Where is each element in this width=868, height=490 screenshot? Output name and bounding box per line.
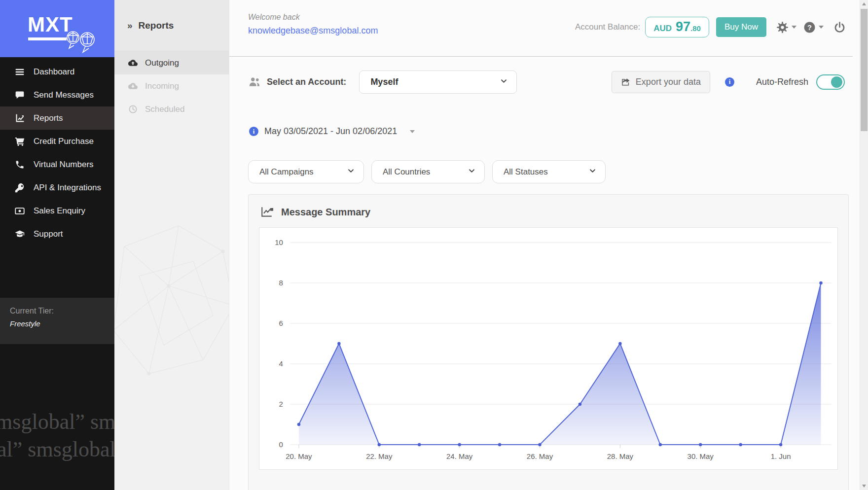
svg-text:1. Jun: 1. Jun bbox=[771, 452, 791, 460]
help-menu[interactable]: ? bbox=[803, 21, 824, 34]
scroll-up-arrow-icon[interactable] bbox=[862, 2, 866, 5]
comment-icon bbox=[14, 89, 26, 101]
statuses-filter-value: All Statuses bbox=[504, 167, 548, 177]
power-icon bbox=[833, 21, 846, 34]
svg-text:?: ? bbox=[807, 23, 812, 31]
svg-text:8: 8 bbox=[279, 279, 283, 287]
date-info-icon: i bbox=[249, 127, 258, 136]
chevron-down-icon bbox=[500, 77, 507, 87]
network-globe-watermark bbox=[114, 217, 229, 385]
sidebar-item-virtual-numbers[interactable]: Virtual Numbers bbox=[0, 153, 114, 176]
share-icon bbox=[621, 77, 631, 87]
submenu-item-label: Incoming bbox=[145, 81, 179, 91]
current-tier-panel: Current Tier: Freestyle bbox=[0, 298, 114, 344]
svg-text:20. May: 20. May bbox=[286, 452, 312, 460]
card-title: Message Summary bbox=[281, 207, 370, 218]
cloud-arrow-up-icon bbox=[127, 58, 138, 69]
svg-text:10: 10 bbox=[275, 238, 283, 246]
logo[interactable]: MXT bbox=[0, 0, 114, 57]
quote-globes-icon bbox=[64, 29, 97, 54]
auto-refresh-toggle[interactable] bbox=[816, 74, 845, 90]
svg-text:30. May: 30. May bbox=[687, 452, 714, 460]
submenu-header: » Reports bbox=[114, 0, 229, 51]
header-divider bbox=[229, 56, 853, 57]
export-data-label: Export your data bbox=[636, 77, 701, 87]
countries-filter-value: All Countries bbox=[383, 167, 430, 177]
svg-text:26. May: 26. May bbox=[527, 452, 553, 460]
account-toolbar: Select an Account: Myself Export your da… bbox=[248, 70, 845, 94]
auto-refresh-label: Auto-Refresh bbox=[756, 77, 808, 87]
submenu-item-label: Outgoing bbox=[145, 58, 179, 68]
sidebar-item-send-messages[interactable]: Send Messages bbox=[0, 83, 114, 106]
cart-icon bbox=[14, 136, 26, 147]
balance-minor: .80 bbox=[690, 24, 701, 33]
sidebar-item-label: Credit Purchase bbox=[34, 137, 94, 146]
clock-icon bbox=[127, 104, 138, 115]
app-window: MXT Dashboard bbox=[0, 0, 868, 490]
welcome-text: Welcome back bbox=[248, 13, 378, 22]
chevron-down-icon bbox=[347, 167, 355, 176]
caret-down-icon bbox=[410, 130, 415, 133]
sidebar-item-sales-enquiry[interactable]: Sales Enquiry bbox=[0, 199, 114, 222]
buy-now-button[interactable]: Buy Now bbox=[716, 17, 766, 37]
sidebar-item-label: Virtual Numbers bbox=[34, 160, 94, 170]
bars-icon bbox=[14, 66, 26, 78]
account-email-link[interactable]: knowledgebase@smsglobal.com bbox=[248, 26, 378, 36]
current-tier-value: Freestyle bbox=[10, 319, 114, 328]
campaigns-filter[interactable]: All Campaigns bbox=[248, 160, 364, 183]
scrollbar-thumb[interactable] bbox=[861, 9, 868, 131]
select-account-label: Select an Account: bbox=[267, 77, 346, 87]
key-icon bbox=[14, 182, 26, 194]
reports-submenu: » Reports Outgoing Incoming Scheduled bbox=[114, 0, 229, 490]
chart-line-icon bbox=[14, 112, 26, 124]
header-actions: Account Balance: AUD 97 .80 Buy Now bbox=[575, 17, 846, 37]
sidebar-item-credit-purchase[interactable]: Credit Purchase bbox=[0, 130, 114, 153]
account-select[interactable]: Myself bbox=[359, 70, 517, 94]
caret-down-icon bbox=[792, 26, 796, 29]
submenu-item-incoming[interactable]: Incoming bbox=[114, 74, 229, 98]
card-header: Message Summary bbox=[249, 195, 848, 227]
sidebar-item-dashboard[interactable]: Dashboard bbox=[0, 60, 114, 83]
current-tier-label: Current Tier: bbox=[10, 307, 114, 315]
toggle-knob bbox=[831, 76, 842, 88]
settings-menu[interactable] bbox=[776, 21, 796, 34]
submenu-item-scheduled[interactable]: Scheduled bbox=[114, 98, 229, 121]
caret-down-icon bbox=[819, 26, 824, 29]
svg-text:0: 0 bbox=[279, 440, 283, 449]
chart-line-icon bbox=[260, 206, 273, 218]
sidebar-item-reports[interactable]: Reports bbox=[0, 106, 114, 130]
sidebar-item-api-integrations[interactable]: API & Integrations bbox=[0, 176, 114, 199]
submenu-item-outgoing[interactable]: Outgoing bbox=[114, 51, 229, 74]
gear-icon bbox=[776, 21, 789, 34]
sidebar-item-label: Support bbox=[34, 229, 63, 239]
account-balance-pill[interactable]: AUD 97 .80 bbox=[645, 17, 709, 37]
scroll-down-arrow-icon[interactable] bbox=[862, 485, 866, 488]
countries-filter[interactable]: All Countries bbox=[371, 160, 485, 183]
logout-button[interactable] bbox=[833, 21, 846, 34]
sidebar-item-support[interactable]: Support bbox=[0, 222, 114, 245]
vertical-scrollbar[interactable] bbox=[860, 0, 868, 490]
account-balance-label: Account Balance: bbox=[575, 22, 640, 32]
main-content: Welcome back knowledgebase@smsglobal.com… bbox=[229, 0, 860, 490]
export-info-icon[interactable]: i bbox=[725, 77, 734, 87]
graduation-cap-icon bbox=[14, 228, 26, 240]
phone-icon bbox=[14, 159, 26, 171]
double-chevron-icon: » bbox=[127, 20, 133, 31]
logo-underline bbox=[28, 37, 67, 40]
message-summary-chart: 024681020. May22. May24. May26. May28. M… bbox=[259, 228, 837, 469]
sidebar-item-label: Sales Enquiry bbox=[34, 206, 85, 216]
sidebar-item-label: API & Integrations bbox=[34, 183, 101, 193]
sidebar-item-label: Dashboard bbox=[34, 67, 74, 77]
svg-text:4: 4 bbox=[279, 359, 283, 368]
chevron-down-icon bbox=[468, 167, 475, 176]
statuses-filter[interactable]: All Statuses bbox=[492, 160, 606, 183]
users-icon bbox=[248, 75, 261, 88]
svg-text:24. May: 24. May bbox=[446, 452, 473, 460]
filters-row: All Campaigns All Countries All Statuses bbox=[248, 160, 613, 183]
svg-text:2: 2 bbox=[279, 400, 283, 408]
campaigns-filter-value: All Campaigns bbox=[259, 167, 314, 177]
sidebar-menu: Dashboard Send Messages Reports Credit P… bbox=[0, 57, 114, 245]
date-range-control[interactable]: i May 03/05/2021 - Jun 02/06/2021 bbox=[249, 126, 415, 137]
export-data-button[interactable]: Export your data bbox=[612, 71, 710, 93]
message-summary-card: Message Summary 024681020. May22. May24.… bbox=[248, 194, 849, 490]
